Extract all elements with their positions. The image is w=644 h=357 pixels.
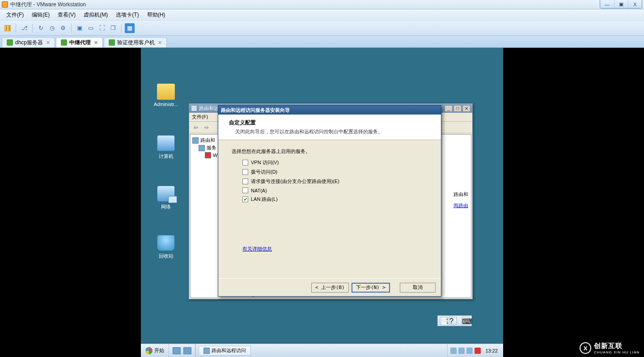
more-info-link[interactable]: 有关详细信息: [242, 246, 272, 252]
screen-button-1[interactable]: ▣: [75, 23, 85, 33]
checkbox[interactable]: [242, 160, 248, 166]
wizard-dialog[interactable]: 路由和远程访问服务器安装向导 自定义配置 关闭此向导后，您可以在路由和远程访问控…: [218, 105, 441, 297]
close-icon[interactable]: ✕: [94, 40, 98, 46]
cancel-button[interactable]: 取消: [400, 283, 436, 293]
option-label: NAT(A): [251, 188, 267, 193]
tray-icon[interactable]: [450, 348, 457, 354]
vmware-icon: [2, 1, 8, 8]
mmc-menu-file[interactable]: 文件(F): [192, 114, 208, 120]
back-icon[interactable]: ⇦: [191, 123, 201, 132]
tree-root[interactable]: 路由和: [200, 137, 215, 144]
tree-child[interactable]: 服务: [207, 144, 216, 151]
desktop-icon-recyclebin[interactable]: 回收站: [149, 235, 183, 259]
menu-edit[interactable]: 编辑(E): [29, 10, 52, 20]
tab-label: dhcp服务器: [15, 39, 43, 47]
wizard-prompt: 选择您想在此服务器上启用的服务。: [232, 148, 428, 155]
tray-icon[interactable]: [475, 348, 481, 354]
option-dialup[interactable]: 拨号访问(D): [242, 169, 428, 175]
option-vpn[interactable]: VPN 访问(V): [242, 159, 428, 166]
option-demand-dial[interactable]: 请求拨号连接(由分支办公室路由使用)(E): [242, 178, 428, 185]
close-button[interactable]: X: [628, 0, 642, 8]
vmware-menubar: 文件(F) 编辑(E) 查看(V) 虚拟机(M) 选项卡(T) 帮助(H): [0, 9, 644, 21]
settings-button[interactable]: ⚙: [58, 23, 68, 33]
network-icon: [157, 186, 175, 202]
close-icon[interactable]: ✕: [158, 40, 162, 46]
screen-button-3[interactable]: ⛶: [97, 23, 107, 33]
revert-button[interactable]: ↻: [36, 23, 46, 33]
option-nat[interactable]: NAT(A): [242, 187, 428, 193]
custom-button-1[interactable]: 📑: [440, 317, 448, 325]
icon-label: 网络: [161, 204, 171, 209]
window-buttons: — ▣ X: [600, 0, 642, 8]
menu-view[interactable]: 查看(V): [55, 10, 78, 20]
option-lan-routing[interactable]: ✔ LAN 路由(L): [242, 196, 428, 203]
vmware-titlebar: 中继代理 - VMware Workstation — ▣ X: [0, 0, 644, 9]
maximize-button[interactable]: ▣: [614, 0, 628, 8]
option-label: 请求拨号连接(由分支办公室路由使用)(E): [251, 178, 339, 185]
unity-button[interactable]: ▦: [125, 23, 135, 33]
vmware-tabs: dhcp服务器 ✕ 中继代理 ✕ 验证使用客户机 ✕: [0, 36, 644, 48]
checkbox[interactable]: [242, 178, 248, 184]
snapshot-manager-button[interactable]: ◷: [47, 23, 57, 33]
watermark: X 创新互联 CHUANG XIN HU LIAN: [580, 342, 640, 354]
desktop-icon-computer[interactable]: 计算机: [149, 135, 183, 160]
start-button[interactable]: 开始: [141, 344, 169, 357]
watermark-brand: 创新互联: [594, 342, 623, 349]
tab-label: 中继代理: [69, 39, 91, 47]
help-icon[interactable]: ?: [449, 317, 457, 325]
tray-icon[interactable]: [458, 348, 465, 354]
ql-icon-2[interactable]: [183, 347, 191, 354]
wizard-title[interactable]: 路由和远程访问服务器安装向导: [218, 106, 441, 115]
menu-file[interactable]: 文件(F): [4, 10, 26, 20]
checkbox[interactable]: [242, 187, 248, 193]
content-link[interactable]: 阅路由: [453, 203, 468, 208]
start-label: 开始: [154, 347, 164, 354]
wizard-head-title: 自定义配置: [229, 119, 435, 127]
tray-icon[interactable]: [466, 348, 473, 354]
close-icon[interactable]: ✕: [46, 40, 50, 46]
guest-area: Administr... 计算机 网络 回收站 路由和远... _ □ ✕: [0, 48, 644, 357]
menu-vm[interactable]: 虚拟机(M): [81, 10, 110, 20]
screen-button-4[interactable]: ❐: [108, 23, 118, 33]
tab-dhcp[interactable]: dhcp服务器 ✕: [2, 37, 55, 47]
tab-relay[interactable]: 中继代理 ✕: [56, 37, 103, 47]
computer-icon: [157, 135, 175, 151]
snapshot-button[interactable]: ⎇: [19, 23, 29, 33]
option-label: LAN 路由(L): [251, 196, 278, 203]
wizard-head-sub: 关闭此向导后，您可以在路由和远程访问控制台中配置选择的服务。: [235, 128, 435, 135]
mmc-close[interactable]: ✕: [462, 105, 470, 112]
tab-label: 验证使用客户机: [117, 39, 155, 47]
menu-tabs[interactable]: 选项卡(T): [113, 10, 141, 20]
mmc-min[interactable]: _: [445, 105, 453, 112]
task-label: 路由和远程访问: [212, 347, 246, 354]
clock[interactable]: 13:22: [483, 348, 500, 353]
guest-desktop[interactable]: Administr... 计算机 网络 回收站 路由和远... _ □ ✕: [141, 48, 503, 357]
menu-help[interactable]: 帮助(H): [144, 10, 168, 20]
vmware-toolbar: ⎇ ↻ ◷ ⚙ ▣ ▭ ⛶ ❐ ▦: [0, 21, 644, 36]
back-button[interactable]: < 上一步(B): [311, 283, 349, 293]
minimize-button[interactable]: —: [600, 0, 614, 8]
checkbox-checked[interactable]: ✔: [242, 196, 248, 202]
tab-client[interactable]: 验证使用客户机 ✕: [104, 37, 167, 47]
vm-icon: [109, 39, 115, 46]
mmc-max[interactable]: □: [453, 105, 462, 112]
windows-icon: [145, 347, 153, 354]
icon-label: 计算机: [159, 153, 174, 159]
checkbox[interactable]: [242, 169, 248, 175]
wizard-header: 自定义配置 关闭此向导后，您可以在路由和远程访问控制台中配置选择的服务。: [218, 115, 441, 140]
watermark-logo: X: [580, 342, 591, 354]
desktop-icon-administrator[interactable]: Administr...: [149, 84, 183, 107]
next-button[interactable]: 下一步(N) >: [352, 283, 390, 293]
folder-icon: [157, 84, 175, 100]
desktop-icon-network[interactable]: 网络: [149, 186, 183, 210]
forward-icon[interactable]: ⇨: [202, 123, 212, 132]
ql-icon-1[interactable]: [173, 347, 181, 354]
guest-custom-bar: 📑 ? ⌨: [437, 315, 472, 326]
pause-button[interactable]: [3, 23, 13, 33]
icon-label: 回收站: [159, 253, 174, 259]
taskbar-item-rras[interactable]: 路由和远程访问: [199, 346, 251, 356]
content-text: 路由和: [453, 191, 468, 197]
option-label: 拨号访问(D): [251, 169, 277, 175]
screen-button-2[interactable]: ▭: [86, 23, 96, 33]
keyboard-icon[interactable]: ⌨: [462, 317, 470, 325]
